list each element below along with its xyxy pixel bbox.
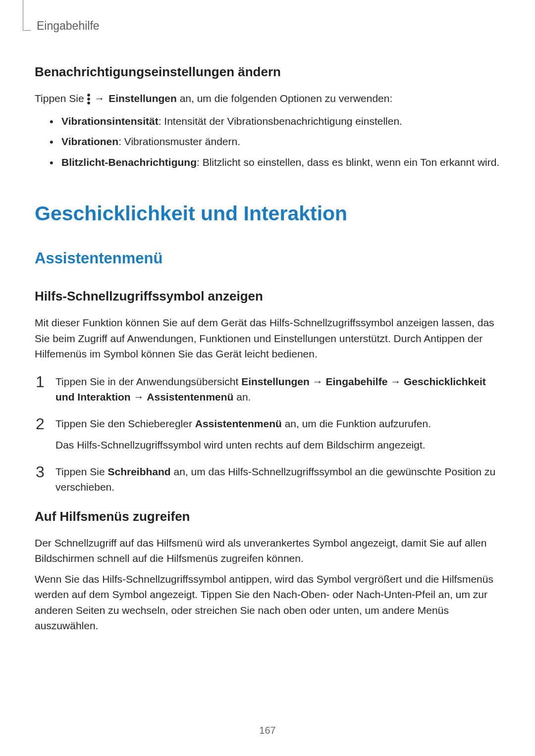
page-header: Eingabehilfe [35,17,500,41]
step-text: Tippen Sie Schreibhand an, um das Hilfs-… [55,464,500,495]
t: → [310,376,326,387]
b: Assistentenmenü [195,418,282,429]
heading-assistant-menu: Assistentenmenü [35,247,500,270]
page-number: 167 [0,725,535,736]
heading-notification-settings: Benachrichtigungseinstellungen ändern [35,62,500,82]
page-content: Benachrichtigungseinstellungen ändern Ti… [35,62,500,634]
intro-bold: Einstellungen [108,93,177,104]
intro-pre: Tippen Sie [35,93,87,104]
page: Eingabehilfe Benachrichtigungseinstellun… [0,0,535,756]
step-number: 1 [35,374,55,391]
step-body: Tippen Sie Schreibhand an, um das Hilfs-… [55,464,500,495]
bullet-list: Vibrationsintensität: Intensität der Vib… [50,113,500,170]
t: Tippen Sie in der Anwendungsübersicht [55,376,241,387]
step-number: 2 [35,416,55,433]
heading-dexterity-interaction: Geschicklichkeit und Interaktion [35,199,500,229]
step-3: 3 Tippen Sie Schreibhand an, um das Hilf… [35,464,500,495]
header-rule-vertical [23,0,23,31]
header-rule-horizontal [23,30,31,31]
t: an, um die Funktion aufzurufen. [282,418,431,429]
bullet-text: : Vibrationsmuster ändern. [118,136,240,147]
bullet-bold: Blitzlicht-Benachrichtigung [61,156,197,168]
breadcrumb: Eingabehilfe [37,19,100,33]
b: Eingabehilfe [326,376,388,387]
b: Schreibhand [107,466,170,477]
b: Assistentenmenü [147,391,233,403]
bullet-bold: Vibrationsintensität [61,115,159,127]
step-text: Tippen Sie in der Anwendungsübersicht Ei… [55,374,500,405]
bullet-item: Vibrationen: Vibrationsmuster ändern. [50,134,500,150]
bullet-text: : Intensität der Vibrationsbenachrichtig… [159,115,402,127]
t: Tippen Sie [55,466,107,477]
step-1: 1 Tippen Sie in der Anwendungsübersicht … [35,374,500,405]
step-text: Tippen Sie den Schieberegler Assistenten… [55,416,500,432]
paragraph-access-1: Der Schnellzugriff auf das Hilfsmenü wir… [35,535,500,566]
step-body: Tippen Sie den Schieberegler Assistenten… [55,416,500,453]
paragraph-access-2: Wenn Sie das Hilfs-Schnellzugriffssymbol… [35,571,500,634]
bullet-item: Vibrationsintensität: Intensität der Vib… [50,113,500,129]
heading-access-help-menus: Auf Hilfsmenüs zugreifen [35,507,500,526]
intro-post: an, um die folgenden Optionen zu verwend… [177,93,392,104]
b: Einstellungen [241,376,310,387]
intro-paragraph: Tippen Sie ••• → Einstellungen an, um di… [35,91,500,106]
t: → [387,376,404,387]
bullet-item: Blitzlicht-Benachrichtigung: Blitzlicht … [50,154,500,170]
steps-list: 1 Tippen Sie in der Anwendungsübersicht … [35,374,500,495]
step-body: Tippen Sie in der Anwendungsübersicht Ei… [55,374,500,405]
bullet-bold: Vibrationen [61,136,118,147]
t: → [131,391,147,403]
paragraph-shortcut-desc: Mit dieser Funktion können Sie auf dem G… [35,315,500,362]
step-2: 2 Tippen Sie den Schieberegler Assistent… [35,416,500,453]
t: an. [233,391,251,403]
step-text-2: Das Hilfs-Schnellzugriffssymbol wird unt… [55,437,500,453]
step-number: 3 [35,464,55,481]
heading-show-shortcut: Hilfs-Schnellzugriffssymbol anzeigen [35,287,500,306]
bullet-text: : Blitzlicht so einstellen, dass es blin… [197,156,499,168]
arrow-text: → [90,93,108,104]
t: Tippen Sie den Schieberegler [55,418,195,429]
